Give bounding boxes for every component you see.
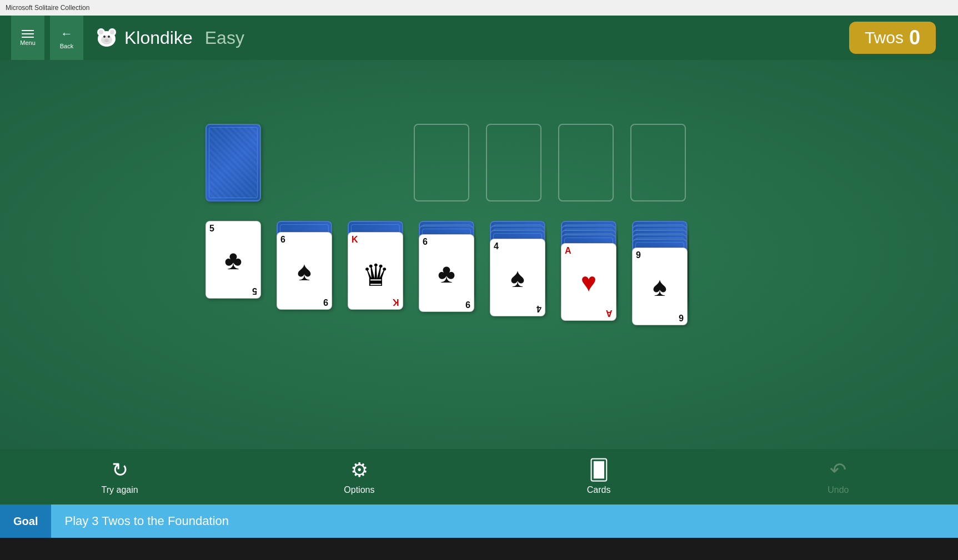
menu-label: Menu (20, 39, 36, 46)
svg-point-5 (108, 36, 110, 38)
options-button[interactable]: ⚙ Options (326, 458, 393, 495)
back-arrow-icon: ← (61, 27, 73, 41)
game-area: 5 ♣ 5 6 ♠ 9 K ♛ K 6 ♣ 9 4 ♠ 4 A ♥ A (0, 60, 958, 449)
title-bar: Microsoft Solitaire Collection (0, 0, 958, 16)
svg-point-4 (103, 36, 106, 38)
header: Menu ← Back Klondike Easy Twos 0 (0, 16, 958, 60)
tableau-col3-card2[interactable]: K ♛ K (348, 232, 403, 310)
foundation-slot-1[interactable] (414, 124, 469, 201)
card-suit-center: ♣ (438, 258, 455, 289)
foundation-slot-2[interactable] (486, 124, 541, 201)
card-suit-center: ♥ (581, 267, 597, 297)
card-suit-center: ♣ (224, 245, 242, 275)
tableau-col6-card5[interactable]: A ♥ A (561, 243, 616, 321)
card-suit-center: ♠ (510, 263, 525, 293)
game-title: Klondike (124, 28, 193, 48)
card-suit-center: ♠ (297, 256, 312, 286)
card-suit-center: ♠ (653, 271, 667, 302)
card-rank-br: 9 (323, 297, 328, 307)
card-rank-br: 4 (536, 304, 541, 314)
tableau-col4-card3[interactable]: 6 ♣ 9 (419, 234, 474, 312)
cards-button[interactable]: 🂠 Cards (565, 458, 632, 495)
card-rank-br: 6 (679, 312, 684, 322)
title-bar-text: Microsoft Solitaire Collection (6, 4, 89, 12)
toolbar: ↻ Try again ⚙ Options 🂠 Cards ↶ Undo (0, 449, 958, 504)
twos-value: 0 (909, 26, 920, 49)
tableau-col7-card6[interactable]: 9 ♠ 6 (632, 248, 688, 325)
undo-icon: ↶ (830, 458, 846, 482)
cards-icon: 🂠 (589, 458, 609, 482)
back-button[interactable]: ← Back (50, 16, 83, 60)
tableau-col1-card1[interactable]: 5 ♣ 5 (205, 221, 261, 299)
svg-point-8 (110, 30, 114, 34)
undo-button[interactable]: ↶ Undo (805, 458, 871, 495)
menu-button[interactable]: Menu (11, 16, 44, 60)
options-label: Options (344, 485, 374, 495)
game-difficulty: Easy (205, 28, 244, 48)
twos-label: Twos (865, 28, 904, 47)
card-rank-br: A (606, 308, 613, 318)
card-rank-tl: 9 (636, 250, 641, 260)
undo-label: Undo (827, 485, 849, 495)
card-rank-tl: A (565, 246, 571, 256)
svg-point-7 (99, 30, 103, 34)
card-rank-br: 9 (465, 299, 470, 309)
cards-label: Cards (587, 485, 611, 495)
options-icon: ⚙ (350, 458, 368, 482)
back-label: Back (60, 43, 73, 49)
tableau-col5-card4[interactable]: 4 ♠ 4 (490, 239, 545, 316)
tableau-col2-card2[interactable]: 6 ♠ 9 (277, 232, 332, 310)
try-again-button[interactable]: ↻ Try again (87, 458, 153, 495)
goal-bar: Goal Play 3 Twos to the Foundation (0, 504, 958, 538)
hamburger-icon (22, 30, 34, 38)
game-logo: Klondike Easy (94, 26, 244, 50)
try-again-label: Try again (102, 485, 138, 495)
stock-pile[interactable] (205, 124, 261, 201)
card-rank-br: K (393, 297, 399, 307)
goal-label: Goal (0, 504, 51, 538)
bear-icon (94, 26, 119, 50)
goal-text: Play 3 Twos to the Foundation (51, 514, 242, 528)
foundation-slot-4[interactable] (630, 124, 686, 201)
card-rank-tl: 5 (209, 224, 214, 234)
twos-badge: Twos 0 (849, 22, 936, 54)
foundation-slot-3[interactable] (558, 124, 614, 201)
svg-point-6 (104, 39, 109, 42)
card-rank-tl: 6 (280, 235, 285, 245)
card-rank-tl: 6 (423, 237, 428, 247)
card-rank-tl: 4 (494, 241, 499, 251)
try-again-icon: ↻ (112, 458, 128, 482)
card-rank-br: 5 (252, 286, 257, 296)
